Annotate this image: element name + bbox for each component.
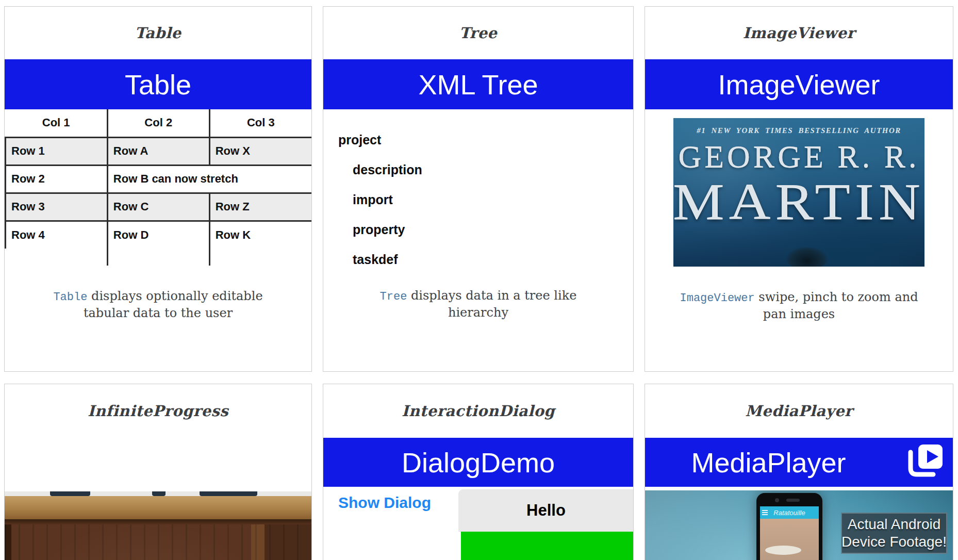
card-interactiondialog-heading: InteractionDialog — [323, 384, 633, 438]
video-caption-line1: Actual Android — [848, 516, 941, 533]
tree-caption: Tree displays data in a tree like hierar… — [350, 288, 607, 320]
table-cell[interactable]: Row Z — [209, 193, 311, 221]
knight-figure — [786, 247, 828, 267]
card-table-heading: Table — [5, 7, 311, 59]
imageviewer-caption-text: swipe, pinch to zoom and pan images — [755, 290, 918, 321]
tree-node-project[interactable]: project — [323, 125, 633, 155]
imageviewer-caption-code: ImageViewer — [680, 292, 754, 305]
book-author-line2: MARTIN — [673, 174, 924, 228]
phone-speaker — [786, 499, 800, 502]
phone-app-title: Ratatouille — [773, 509, 805, 517]
mediaplayer-titlebar: MediaPlayer — [645, 438, 953, 487]
table-col-header: Col 3 — [209, 109, 311, 137]
wooden-shelf — [5, 496, 311, 519]
card-infiniteprogress-heading: InfiniteProgress — [5, 384, 311, 438]
video-collection-icon — [904, 443, 944, 481]
table-cell[interactable]: Row D — [107, 221, 209, 249]
tree-caption-code: Tree — [380, 290, 407, 303]
table-col-header: Col 2 — [107, 109, 209, 137]
book-author-line1: GEORGE R. R. — [673, 138, 924, 174]
wood-panel — [5, 524, 311, 560]
imageviewer-demo-titlebar: ImageViewer — [645, 59, 953, 109]
tree-demo-titlebar: XML Tree — [323, 59, 633, 109]
card-infiniteprogress: InfiniteProgress Camera Web Services Inp… — [4, 384, 312, 560]
tree-node-property[interactable]: property — [323, 215, 633, 244]
tree-demo-titlebar-label: XML Tree — [418, 69, 538, 101]
table-cell[interactable]: Row A — [107, 137, 209, 165]
table-cell[interactable]: Row K — [209, 221, 311, 249]
table-cell[interactable]: Row C — [107, 193, 209, 221]
table-cell[interactable]: Row 2 — [6, 165, 108, 193]
dialog-body — [461, 532, 634, 560]
show-dialog-button[interactable]: Show Dialog — [338, 494, 431, 512]
table-cell[interactable]: Row X — [209, 137, 311, 165]
shelf-object — [50, 491, 90, 496]
table-cell[interactable]: Row 1 — [6, 137, 108, 165]
table-col-header: Col 1 — [6, 109, 108, 137]
phone-appbar: Ratatouille — [760, 506, 819, 519]
dialog-title: Hello — [458, 489, 634, 532]
phone-screen: Ratatouille — [760, 506, 819, 560]
video-caption-box: Actual Android Device Footage! — [841, 513, 947, 554]
mediaplayer-titlebar-label: MediaPlayer — [691, 447, 906, 479]
book-tagline: #1 NEW YORK TIMES BESTSELLING AUTHOR — [673, 126, 924, 135]
tree-node-description[interactable]: description — [323, 155, 633, 185]
table-cell[interactable]: Row 4 — [6, 221, 108, 249]
tree-node-taskdef[interactable]: taskdef — [323, 244, 633, 274]
menu-icon — [762, 510, 768, 515]
card-imageviewer: ImageViewer ImageViewer #1 NEW YORK TIME… — [645, 6, 953, 372]
book-cover-image[interactable]: #1 NEW YORK TIMES BESTSELLING AUTHOR GEO… — [673, 118, 924, 267]
shelf-backdrop — [5, 491, 311, 496]
table-row: Row 4 Row D Row K — [6, 221, 312, 249]
table-caption: Table displays optionally editable tabul… — [29, 288, 287, 321]
card-tree: Tree XML Tree project description import… — [323, 6, 634, 372]
table-row: Row 1 Row A Row X — [6, 137, 312, 165]
video-caption-line2: Device Footage! — [841, 533, 947, 551]
table-row: Row 3 Row C Row Z — [6, 193, 312, 221]
table-cell-spanning[interactable]: Row B can now stretch — [107, 165, 311, 193]
card-imageviewer-heading: ImageViewer — [645, 7, 953, 59]
table-row: Row 2 Row B can now stretch — [6, 165, 312, 193]
imageviewer-demo-titlebar-label: ImageViewer — [718, 69, 880, 101]
food-photo — [760, 519, 819, 560]
demo-table: Col 1 Col 2 Col 3 Row 1 Row A Row X Row … — [5, 109, 311, 266]
shelf-object — [200, 491, 257, 496]
xml-tree: project description import property task… — [323, 125, 633, 274]
video-player[interactable]: Ratatouille Actual Android Device Footag… — [645, 490, 953, 560]
dialogdemo-titlebar: DialogDemo — [323, 438, 633, 487]
imageviewer-caption: ImageViewer swipe, pinch to zoom and pan… — [678, 289, 920, 322]
interaction-dialog: Hello — [458, 489, 634, 560]
tree-node-import[interactable]: import — [323, 185, 633, 215]
shelf-object — [152, 491, 166, 496]
card-tree-heading: Tree — [323, 7, 633, 59]
table-header-row: Col 1 Col 2 Col 3 — [6, 109, 312, 137]
card-table: Table Table Col 1 Col 2 Col 3 Row 1 Row … — [4, 6, 312, 372]
table-demo-titlebar-label: Table — [125, 69, 191, 101]
table-caption-text: displays optionally editable tabular dat… — [84, 289, 263, 320]
tree-caption-text: displays data in a tree like hierarchy — [407, 288, 576, 320]
dialogdemo-titlebar-label: DialogDemo — [402, 447, 555, 479]
table-demo-titlebar: Table — [5, 59, 311, 109]
infiniteprogress-screenshot: Camera Web Services Input — [5, 491, 311, 560]
card-mediaplayer-heading: MediaPlayer — [645, 384, 953, 438]
android-phone: Ratatouille — [756, 493, 822, 560]
table-grid-extension — [6, 249, 312, 266]
card-mediaplayer: MediaPlayer MediaPlayer Ratatouille — [645, 384, 953, 560]
shelf-shadow — [5, 519, 311, 524]
table-caption-code: Table — [53, 291, 87, 304]
table-cell[interactable]: Row 3 — [6, 193, 108, 221]
phone-camera-dot — [775, 498, 779, 502]
card-interactiondialog: InteractionDialog DialogDemo Show Dialog… — [323, 384, 634, 560]
